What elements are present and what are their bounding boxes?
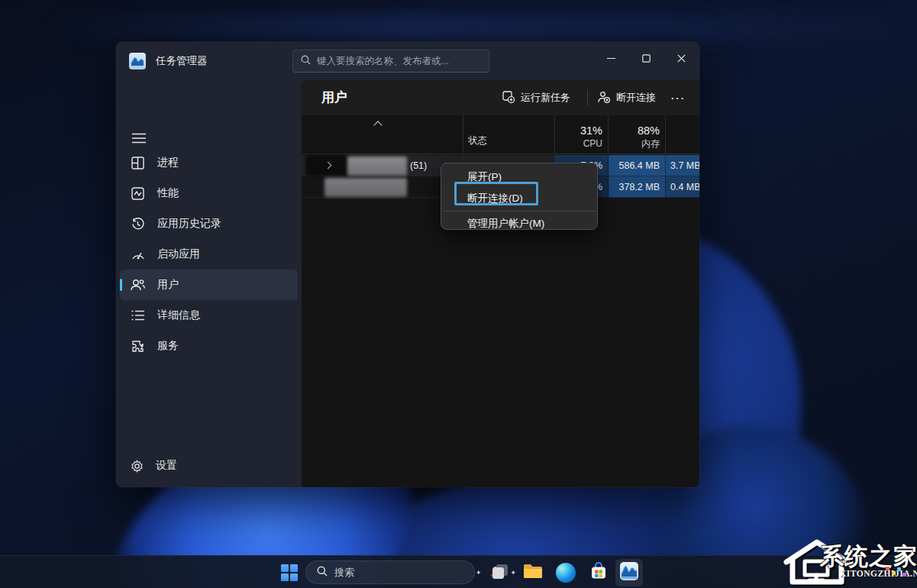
user-memory-cell: 378.2 MB — [609, 176, 666, 198]
sidebar-item-label: 应用历史记录 — [157, 217, 221, 231]
user-memory-cell: 586.4 MB — [609, 155, 666, 176]
user-name-cell[interactable]: (51) — [302, 155, 463, 176]
content-panel: 用户 运行新任务 断开连接 ··· — [302, 80, 699, 487]
sidebar-item-label: 用户 — [157, 278, 179, 292]
column-header-cpu[interactable]: 31%CPU — [555, 115, 609, 153]
task-manager-app-icon — [129, 53, 146, 69]
performance-icon — [131, 186, 145, 201]
sidebar-item-app-history[interactable]: 应用历史记录 — [120, 208, 298, 239]
microsoft-store-button[interactable] — [585, 559, 612, 586]
sidebar-item-users[interactable]: 用户 — [120, 270, 298, 300]
sidebar-nav: 进程 性能 应用历史记录 启动应用 用户 — [116, 147, 302, 361]
desktop: 任务管理器 进程 — [0, 0, 917, 588]
sidebar-item-label: 服务 — [157, 339, 179, 353]
task-manager-taskbar-button[interactable] — [615, 559, 643, 586]
taskbar: ✦ ✦ 英 — [0, 555, 917, 588]
column-header-memory[interactable]: 88%内存 — [609, 115, 666, 153]
column-header-disk[interactable]: 3%磁盘 — [666, 115, 699, 153]
more-options-button[interactable]: ··· — [665, 86, 692, 110]
taskbar-search-box[interactable]: ✦ ✦ — [305, 561, 475, 584]
speedometer-icon — [131, 247, 145, 262]
column-header-name[interactable] — [302, 115, 463, 153]
cpu-total-value: 31% — [580, 124, 602, 137]
user-disk-cell: 0.4 MB/s — [666, 176, 699, 198]
folder-icon — [523, 563, 543, 583]
users-icon — [131, 278, 145, 292]
task-manager-icon — [619, 561, 639, 584]
sidebar-item-performance[interactable]: 性能 — [120, 178, 298, 208]
redacted-username-block — [325, 178, 407, 197]
task-view-button[interactable] — [486, 559, 514, 586]
memory-total-value: 88% — [638, 124, 660, 137]
windows-logo-icon — [281, 564, 298, 581]
taskbar-search-input[interactable] — [334, 567, 469, 578]
sidebar-item-details[interactable]: 详细信息 — [120, 300, 298, 331]
user-process-count: (51) — [410, 155, 427, 176]
run-new-task-icon — [502, 91, 515, 105]
titlebar[interactable]: 任务管理器 — [116, 42, 699, 80]
disconnect-label: 断开连接 — [616, 91, 656, 105]
disconnect-user-icon — [598, 91, 610, 105]
context-menu: 展开(P) 断开连接(D) 管理用户帐户(M) — [441, 163, 598, 230]
table-header-row: 状态 31%CPU 88%内存 3%磁盘 — [302, 115, 699, 154]
run-new-task-button[interactable]: 运行新任务 — [496, 86, 576, 110]
search-icon — [301, 54, 311, 68]
edge-browser-button[interactable] — [552, 559, 580, 586]
titlebar-search[interactable] — [292, 50, 489, 73]
page-title: 用户 — [321, 80, 347, 115]
menu-separator — [442, 211, 596, 212]
sidebar-item-services[interactable]: 服务 — [120, 331, 298, 361]
maximize-button[interactable] — [628, 44, 664, 72]
edge-icon — [556, 563, 576, 583]
sort-ascending-icon — [375, 121, 382, 128]
search-icon — [317, 566, 328, 580]
services-puzzle-icon — [131, 339, 145, 354]
gear-icon — [131, 460, 144, 473]
sidebar-item-label: 启动应用 — [157, 247, 200, 261]
sidebar-item-settings[interactable]: 设置 — [120, 451, 298, 480]
sparkle-icon: ✦ — [476, 569, 482, 577]
wallpaper-light-band — [0, 14, 917, 41]
toolbar-divider — [587, 89, 588, 106]
store-bag-icon — [589, 562, 608, 583]
task-manager-window: 任务管理器 进程 — [116, 42, 699, 487]
minimize-button[interactable] — [593, 44, 628, 72]
sidebar-item-startup-apps[interactable]: 启动应用 — [120, 239, 298, 270]
sidebar-item-processes[interactable]: 进程 — [120, 147, 298, 178]
sidebar-item-label: 详细信息 — [157, 309, 200, 322]
sidebar-item-label: 性能 — [157, 186, 179, 200]
sidebar: 进程 性能 应用历史记录 启动应用 用户 — [116, 80, 302, 487]
start-button[interactable] — [276, 559, 303, 586]
run-new-task-label: 运行新任务 — [521, 91, 570, 105]
cpu-label: CPU — [580, 137, 602, 150]
processes-icon — [131, 156, 145, 170]
file-explorer-button[interactable] — [519, 559, 547, 586]
redacted-username-block — [347, 157, 407, 176]
sidebar-item-label: 进程 — [157, 156, 179, 170]
memory-label: 内存 — [638, 137, 660, 150]
user-name-cell[interactable] — [302, 176, 463, 198]
menu-item-expand[interactable]: 展开(P) — [441, 167, 597, 187]
sidebar-item-label: 设置 — [156, 459, 177, 473]
column-header-status[interactable]: 状态 — [463, 115, 555, 153]
search-input[interactable] — [317, 56, 481, 66]
window-title: 任务管理器 — [156, 42, 208, 80]
page-toolbar: 用户 运行新任务 断开连接 ··· — [302, 80, 699, 115]
menu-item-disconnect[interactable]: 断开连接(D) — [441, 189, 597, 208]
close-button[interactable] — [664, 44, 699, 72]
user-disk-cell: 3.7 MB/s — [666, 155, 699, 176]
task-view-icon — [491, 562, 509, 583]
details-list-icon — [131, 309, 145, 323]
ellipsis-icon: ··· — [671, 92, 686, 104]
window-controls — [593, 44, 699, 72]
menu-item-manage-accounts[interactable]: 管理用户帐户(M) — [441, 214, 597, 234]
disconnect-button[interactable]: 断开连接 — [592, 86, 662, 110]
history-icon — [131, 217, 145, 231]
